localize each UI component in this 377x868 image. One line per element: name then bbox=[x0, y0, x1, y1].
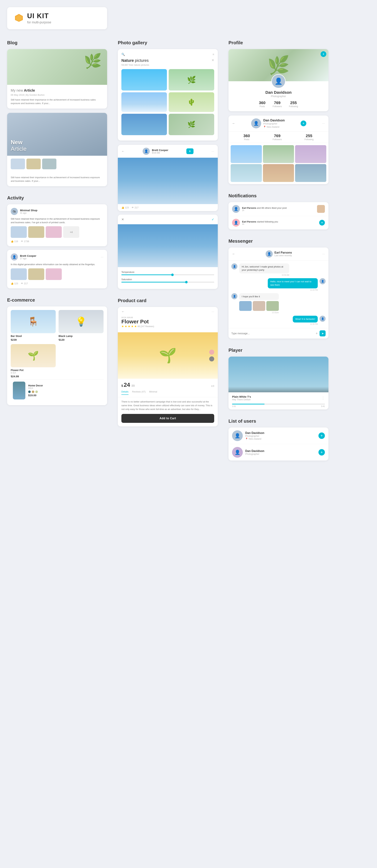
notif-content-2: Earl Parsons started following you 4h bbox=[242, 220, 317, 225]
profile-photo-3 bbox=[295, 145, 326, 163]
profile-role-2: Photographer bbox=[263, 122, 285, 125]
chat-input[interactable] bbox=[231, 332, 314, 335]
blog-card-2: New Article Still have retained their im… bbox=[7, 113, 107, 186]
gallery-close-icon[interactable]: ✕ bbox=[212, 58, 214, 62]
photo-dots-menu[interactable]: ··· bbox=[212, 150, 214, 153]
editor-close-icon[interactable]: ✕ bbox=[121, 217, 124, 221]
player-img bbox=[228, 356, 328, 392]
product-card-section: Product card ← ··· IKEA Maim Flower Pot … bbox=[118, 298, 218, 426]
product-img-vase bbox=[13, 381, 25, 399]
player-menu-icon[interactable]: ⋮ bbox=[321, 396, 325, 400]
chat-msg-3: 👤 I hope you'll like it 12:31am bbox=[231, 293, 325, 314]
activity-footer-1: 👍 116 👁 1738 bbox=[11, 240, 103, 243]
chat-input-row: + ➤ bbox=[228, 328, 328, 339]
blog-meta-1: 06 May 2019 | By Gordon Burton bbox=[11, 94, 103, 96]
user-avatar-1: 👤 bbox=[232, 430, 243, 441]
photo-user-name: Brett Cooper bbox=[152, 149, 168, 152]
back-arrow-icon[interactable]: ← bbox=[121, 150, 125, 153]
product-name-vase: Home Decor bbox=[28, 384, 43, 387]
logo-icon bbox=[14, 13, 24, 23]
product-tab-details[interactable]: Details bbox=[121, 390, 128, 395]
blog-title: Blog bbox=[7, 40, 107, 45]
saturation-thumb[interactable] bbox=[185, 281, 188, 283]
player-time-total: 3:41 bbox=[321, 405, 325, 407]
profile-stat-posts-num-1: 360 bbox=[259, 100, 265, 105]
product-lamp: 💡 Black Lamp $120 bbox=[59, 310, 103, 341]
product-detail-header: ← ··· bbox=[118, 307, 218, 316]
star-count: 48 (247 Reviews) bbox=[137, 325, 154, 328]
user-avatar-2: 👤 bbox=[232, 447, 243, 458]
profile-stat-followers-1: 769 Followers bbox=[273, 100, 282, 108]
color-opt-gray[interactable] bbox=[209, 356, 214, 362]
profile-plus-btn-2[interactable]: + bbox=[301, 121, 306, 126]
user-role-2: Photographer bbox=[245, 453, 316, 455]
product-stool: 🪑 Bar Stool $239 bbox=[11, 310, 56, 341]
users-section: List of users 👤 Dan Davidson Photographe… bbox=[228, 418, 328, 461]
chat-bubble-2: Hello, nice to meet you! I can not wait … bbox=[268, 278, 318, 288]
profile-back-icon[interactable]: ← bbox=[232, 122, 235, 125]
location-pin-icon-1: 📍 bbox=[245, 438, 248, 440]
notif-avatar-2: 👤 bbox=[232, 219, 240, 226]
blog-image-1 bbox=[7, 49, 107, 85]
chat-avatar-3: 👤 bbox=[231, 293, 238, 299]
messenger-dots-menu[interactable]: ··· bbox=[322, 252, 325, 256]
product-tab-minimal[interactable]: Minimal bbox=[149, 390, 157, 395]
editor-check-icon[interactable]: ✓ bbox=[212, 217, 214, 221]
profile-photo-4 bbox=[231, 164, 262, 182]
view-icon-2: 👁 217 bbox=[21, 282, 28, 285]
chat-avatar-4: 👤 bbox=[319, 316, 325, 322]
profile-location-2: 📍 New Zealand bbox=[263, 126, 285, 128]
profile-dots-menu[interactable]: ··· bbox=[322, 122, 325, 125]
activity-time-1: 31 ago bbox=[20, 212, 37, 214]
star-3: ★ bbox=[128, 324, 130, 328]
blog-text-2: Still have retained their importance in … bbox=[11, 176, 103, 183]
search-icon[interactable]: 🔍 bbox=[121, 53, 125, 56]
activity-menu-2[interactable]: ··· bbox=[101, 255, 103, 259]
activity-time-2: 17 ago bbox=[20, 257, 99, 260]
notif-follow-btn[interactable]: + bbox=[319, 220, 325, 225]
profile-plus-btn-1[interactable]: + bbox=[321, 51, 326, 57]
product-back-icon[interactable]: ← bbox=[121, 310, 125, 314]
user-item-1: 👤 Dan Davidson Photographer 📍 New Zealan… bbox=[228, 428, 328, 444]
product-color-options bbox=[209, 350, 214, 362]
profile-avatar-1: 👤 bbox=[271, 74, 286, 88]
add-to-cart-button[interactable]: Add to Cart bbox=[121, 414, 214, 423]
saturation-slider: Saturation bbox=[121, 278, 214, 282]
temperature-fill bbox=[121, 275, 172, 275]
profile-photos-grid bbox=[228, 143, 328, 184]
act-thumb-1c bbox=[46, 226, 62, 238]
chat-send-button[interactable]: ➤ bbox=[319, 330, 325, 336]
photo-actions: 👍 123 👁 217 bbox=[118, 204, 218, 211]
product-desc: There is no better advertisement campaig… bbox=[118, 397, 218, 414]
player-track: Plain White T's bbox=[232, 395, 251, 398]
chat-time-3: 12:31am bbox=[239, 312, 279, 314]
photo-user-card: ← 👤 Brett Cooper Brett BB ⬇ ··· bbox=[118, 145, 218, 211]
star-2: ★ bbox=[125, 324, 127, 328]
photo-download-btn[interactable]: ⬇ bbox=[186, 148, 193, 154]
notif-item-2: 👤 Earl Parsons started following you 4h … bbox=[228, 216, 328, 229]
messenger-back-icon[interactable]: ← bbox=[232, 252, 235, 256]
product-tab-reviews[interactable]: Reviews (47) bbox=[132, 390, 146, 395]
temperature-track[interactable] bbox=[121, 275, 214, 275]
chat-plus-icon[interactable]: + bbox=[316, 332, 318, 336]
messenger-user: 👤 Earl Parsons Last seen recently bbox=[265, 250, 292, 257]
player-progress: 1:01 3:41 bbox=[228, 404, 328, 409]
profile-role-1: Photographer bbox=[228, 95, 328, 98]
color-opt-pink[interactable] bbox=[209, 350, 214, 354]
product-dots-menu[interactable]: ··· bbox=[212, 310, 214, 314]
view-icon-3: 👁 217 bbox=[131, 206, 138, 209]
product-price-vase: $19.00 bbox=[28, 394, 43, 397]
product-name-lamp: Black Lamp bbox=[59, 335, 103, 338]
filter-icon[interactable]: ≡ bbox=[213, 53, 214, 56]
location-pin-icon: 📍 bbox=[263, 126, 266, 128]
user-follow-btn-2[interactable]: + bbox=[318, 449, 325, 456]
profile-stat-followers-label-1: Followers bbox=[273, 105, 282, 108]
user-follow-btn-1[interactable]: + bbox=[318, 432, 325, 439]
player-progress-track[interactable] bbox=[232, 404, 325, 404]
activity-text-1: Still have retained their importance in … bbox=[11, 217, 103, 224]
gallery-img-sky bbox=[121, 69, 167, 91]
temperature-thumb[interactable] bbox=[171, 274, 174, 276]
saturation-track[interactable] bbox=[121, 282, 214, 282]
product-detail-info: IKEA Maim Flower Pot ★ ★ ★ ★ ★ 48 (247 R… bbox=[118, 316, 218, 332]
product-price-row: $ 24 .99 1/3 bbox=[118, 379, 218, 388]
